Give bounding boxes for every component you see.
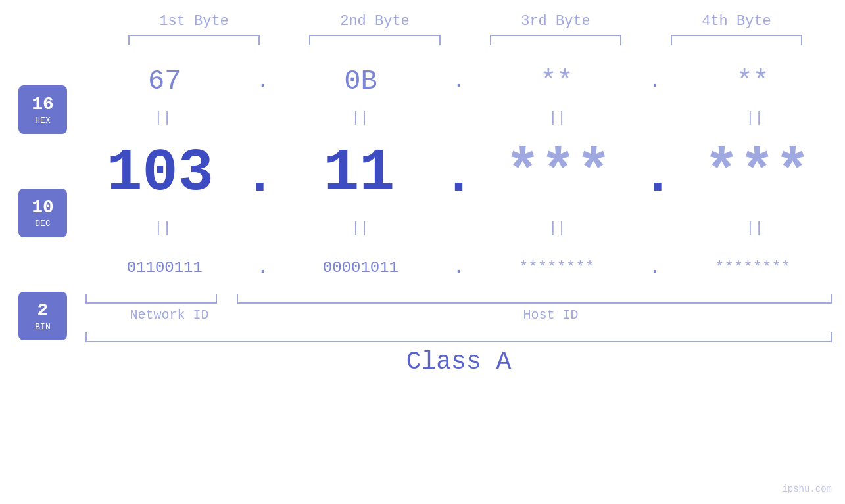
bin-dot3: . [649,258,660,278]
bin-dot2: . [453,258,464,278]
bin-row: 01100111 . 00001011 . ******** . *******… [85,244,832,290]
dec-b2-cell: 11 [293,144,425,203]
byte4-header: 4th Byte [671,13,802,30]
eq1-b2: || [295,110,426,126]
bracket-b4 [671,35,802,45]
equals-row-1: || || || || [85,104,832,131]
bin-bracket-b1 [85,294,217,304]
bracket-b1 [128,35,260,45]
id-labels: Network ID Host ID [85,308,832,323]
eq2-b1: || [97,220,229,237]
host-id-label: Host ID [270,308,832,323]
hex-badge-num: 16 [32,94,54,114]
dec-badge-num: 10 [32,197,54,218]
byte2-header: 2nd Byte [309,13,441,30]
rows-area: 67 . 0B . ** . ** || || [85,52,832,376]
dec-badge: 10 DEC [18,189,67,237]
eq2-b2: || [295,220,426,237]
bin-b4-cell: ******** [687,259,819,277]
hex-badge-label: HEX [35,116,50,126]
bin-badge-num: 2 [37,300,49,321]
dec-b4-cell: *** [691,144,823,203]
bin-b2-value: 00001011 [323,259,398,277]
hex-b3-value: ** [540,66,573,97]
hex-row: 67 . 0B . ** . ** [85,58,832,104]
main-container: 1st Byte 2nd Byte 3rd Byte 4th Byte 16 H… [0,0,845,504]
class-bracket [85,332,832,342]
byte1-header: 1st Byte [128,13,260,30]
dec-b1-value: 103 [107,140,214,207]
content-area: 16 HEX 10 DEC 2 BIN 67 . 0B [0,52,845,504]
bin-b3-cell: ******** [491,259,623,277]
hex-b4-value: ** [736,66,769,97]
network-id-label: Network ID [85,308,253,323]
byte-headers: 1st Byte 2nd Byte 3rd Byte 4th Byte [104,13,827,30]
labels-col: 16 HEX 10 DEC 2 BIN [0,52,85,367]
byte3-header: 3rd Byte [490,13,621,30]
bin-b4-value: ******** [715,259,790,277]
hex-b1-cell: 67 [99,66,230,97]
dec-b3-value: *** [505,140,612,207]
watermark: ipshu.com [782,484,832,494]
dec-b2-value: 11 [324,140,395,207]
hex-dot1: . [257,72,268,92]
top-brackets [104,35,827,45]
hex-b1-value: 67 [148,66,181,97]
eq1-b4: || [689,110,821,126]
hex-b3-cell: ** [491,66,623,97]
eq2-b4: || [689,220,821,237]
bin-dot1: . [257,258,268,278]
eq1-b3: || [492,110,623,126]
dec-dot3: . [642,150,673,203]
hex-dot3: . [649,72,660,92]
dec-row: 103 . 11 . *** . *** [85,131,832,210]
bracket-b2 [309,35,441,45]
dec-badge-label: DEC [35,219,50,229]
hex-b4-cell: ** [687,66,819,97]
hex-badge: 16 HEX [18,85,67,134]
equals-row-2: || || || || [85,215,832,241]
dec-dot2: . [443,150,474,203]
dec-b1-cell: 103 [95,144,226,203]
bin-b1-value: 01100111 [127,259,203,277]
dec-b3-cell: *** [493,144,624,203]
bin-b2-cell: 00001011 [295,259,426,277]
bin-b1-cell: 01100111 [99,259,230,277]
bin-b3-value: ******** [519,259,594,277]
hex-dot2: . [453,72,464,92]
eq1-b1: || [97,110,229,126]
hex-b2-cell: 0B [295,66,426,97]
dec-b4-value: *** [704,140,810,207]
hex-b2-value: 0B [344,66,377,97]
eq2-b3: || [492,220,623,237]
bracket-b3 [490,35,621,45]
class-label: Class A [85,348,832,376]
bin-bracket-rest [237,294,832,304]
dec-dot1: . [244,150,276,203]
bin-badge-label: BIN [35,322,50,332]
bin-badge: 2 BIN [18,292,67,340]
